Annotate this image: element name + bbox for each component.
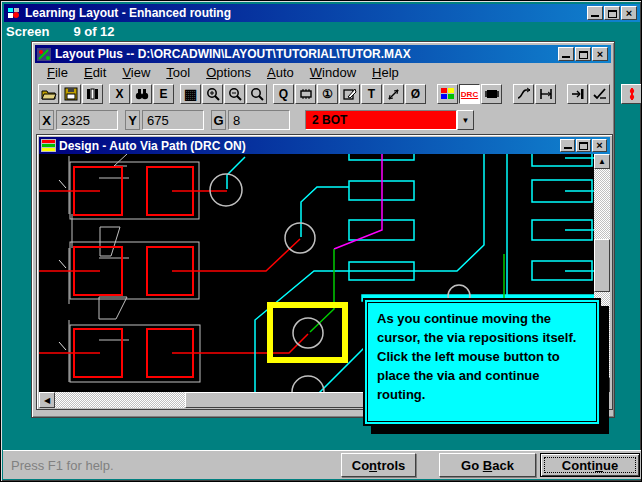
finish-route-icon <box>570 87 586 101</box>
library-button[interactable] <box>82 84 103 104</box>
palette-icon <box>440 87 456 101</box>
reconnect-button[interactable] <box>481 84 502 104</box>
menu-edit[interactable]: Edit <box>76 65 114 80</box>
find-button[interactable] <box>131 84 152 104</box>
component-icon <box>298 87 314 101</box>
delete-icon: X <box>115 87 123 101</box>
layer-value: 2 BOT <box>305 110 457 130</box>
color-palette-button[interactable] <box>437 84 458 104</box>
refine-route-button[interactable] <box>589 84 610 104</box>
zoom-icon <box>249 87 265 101</box>
dimension-icon <box>386 87 402 101</box>
go-back-button[interactable]: Go Back <box>439 453 536 477</box>
zoom-all-button[interactable] <box>246 84 267 104</box>
save-button[interactable] <box>60 84 81 104</box>
spreadsheet-button[interactable]: ▦ <box>180 84 201 104</box>
pin-one-icon: ① <box>322 87 333 101</box>
vertical-scroll-thumb[interactable] <box>594 239 610 292</box>
pad-layer <box>74 167 193 377</box>
status-message: Press F1 for help. <box>11 458 114 473</box>
y-label: Y <box>125 110 140 130</box>
screen-menu-bar: Screen 9 of 12 <box>6 23 115 40</box>
reconnect-icon <box>484 87 500 101</box>
maximize-icon[interactable] <box>576 139 591 152</box>
zoom-in-button[interactable] <box>202 84 223 104</box>
chevron-down-icon[interactable]: ▼ <box>457 110 474 130</box>
tutorial-tooltip: As you continue moving the cursor, the v… <box>363 298 601 426</box>
minimize-icon[interactable] <box>587 6 603 20</box>
maximize-icon[interactable] <box>604 6 620 20</box>
text-button[interactable]: T <box>361 84 382 104</box>
page-indicator: 9 of 12 <box>73 24 114 39</box>
menu-tool[interactable]: Tool <box>158 65 198 80</box>
menu-bar: File Edit View Tool Options Auto Window … <box>35 63 611 81</box>
drc-button[interactable]: DRC <box>459 84 480 104</box>
menu-file[interactable]: File <box>39 65 76 80</box>
y-coordinate-field[interactable]: 675 <box>142 110 204 130</box>
delete-button[interactable]: X <box>109 84 130 104</box>
zoom-out-button[interactable] <box>224 84 245 104</box>
tooltip-text: As you continue moving the cursor, the v… <box>367 302 597 422</box>
obstacle-button[interactable] <box>339 84 360 104</box>
drc-icon: DRC <box>461 90 478 99</box>
grid-icon: ▦ <box>184 86 197 102</box>
maximize-icon[interactable] <box>575 47 591 61</box>
menu-options[interactable]: Options <box>198 65 259 80</box>
edit-button[interactable]: E <box>153 84 174 104</box>
grid-field[interactable]: 8 <box>228 110 290 130</box>
shove-route-icon <box>516 87 532 101</box>
layer-selector[interactable]: 2 BOT ▼ <box>305 110 474 130</box>
x-label: X <box>39 110 54 130</box>
scroll-up-icon[interactable]: ▲ <box>594 154 610 169</box>
pin-button[interactable]: ① <box>317 84 338 104</box>
via-button[interactable] <box>621 84 642 104</box>
edit-segment-button[interactable] <box>535 84 556 104</box>
zoom-in-icon <box>205 87 221 101</box>
library-icon <box>85 87 101 101</box>
coordinate-bar: X 2325 Y 675 G 8 2 BOT ▼ <box>35 107 611 133</box>
open-folder-icon <box>41 87 57 101</box>
dimension-button[interactable] <box>383 84 404 104</box>
minimize-icon[interactable] <box>558 47 574 61</box>
binoculars-icon <box>134 87 150 101</box>
layout-plus-icon <box>37 48 52 61</box>
menu-help[interactable]: Help <box>364 65 407 80</box>
close-icon[interactable]: × <box>592 47 608 61</box>
text-icon: T <box>368 87 375 101</box>
horizontal-scroll-thumb[interactable] <box>185 392 364 408</box>
trace-magenta <box>334 154 382 249</box>
open-button[interactable] <box>38 84 59 104</box>
query-button[interactable]: Q <box>273 84 294 104</box>
status-bar: Press F1 for help. Controls Go Back Cont… <box>3 450 641 479</box>
scroll-left-icon[interactable]: ◀ <box>39 392 55 408</box>
menu-window[interactable]: Window <box>302 65 364 80</box>
finish-route-button[interactable] <box>567 84 588 104</box>
refine-route-icon <box>592 87 608 101</box>
highlight-box <box>270 305 345 360</box>
obstacle-icon <box>342 87 358 101</box>
minimize-icon[interactable] <box>560 139 575 152</box>
design-title-bar: Design - Auto Via Path (DRC ON) × <box>39 137 610 154</box>
save-icon <box>63 87 79 101</box>
design-icon <box>41 139 56 152</box>
edit-icon: E <box>159 87 167 101</box>
close-icon[interactable]: × <box>592 139 607 152</box>
error-button[interactable]: Ø <box>405 84 426 104</box>
grid-label: G <box>211 110 226 130</box>
menu-view[interactable]: View <box>114 65 158 80</box>
zoom-out-icon <box>227 87 243 101</box>
close-icon[interactable]: × <box>621 6 637 20</box>
screen-menu[interactable]: Screen <box>6 24 49 39</box>
menu-auto[interactable]: Auto <box>259 65 302 80</box>
component-button[interactable] <box>295 84 316 104</box>
error-icon: Ø <box>411 87 420 101</box>
x-coordinate-field[interactable]: 2325 <box>56 110 118 130</box>
toolbar: X E ▦ Q ① T Ø DRC <box>35 81 611 107</box>
continue-button[interactable]: Continue <box>540 453 640 477</box>
design-title: Design - Auto Via Path (DRC ON) <box>59 139 246 153</box>
shove-route-button[interactable] <box>513 84 534 104</box>
controls-button[interactable]: Controls <box>341 453 416 477</box>
edit-segment-icon <box>538 87 554 101</box>
layout-plus-title-bar: Layout Plus -- D:\ORCADWIN\LAYOUT\TUTORI… <box>35 45 611 63</box>
application-window: Learning Layout - Enhanced routing × Scr… <box>0 0 642 482</box>
